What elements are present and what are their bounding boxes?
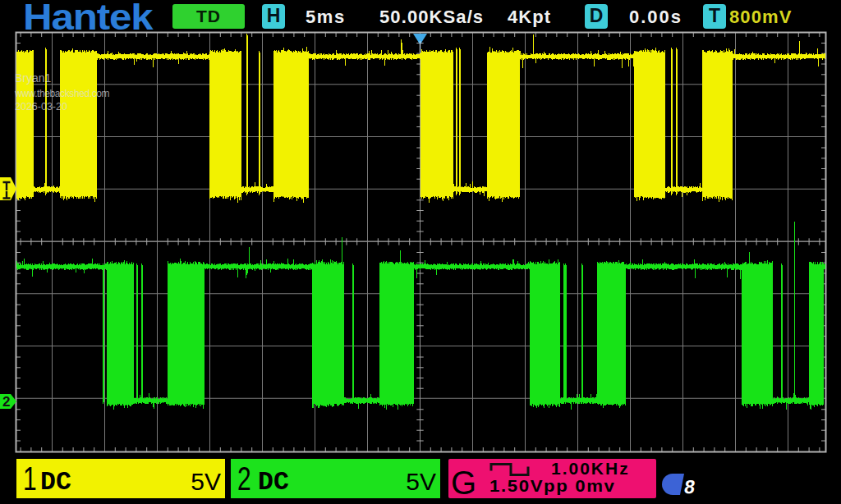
svg-text:2: 2 bbox=[2, 394, 10, 410]
svg-text:8: 8 bbox=[683, 476, 697, 497]
